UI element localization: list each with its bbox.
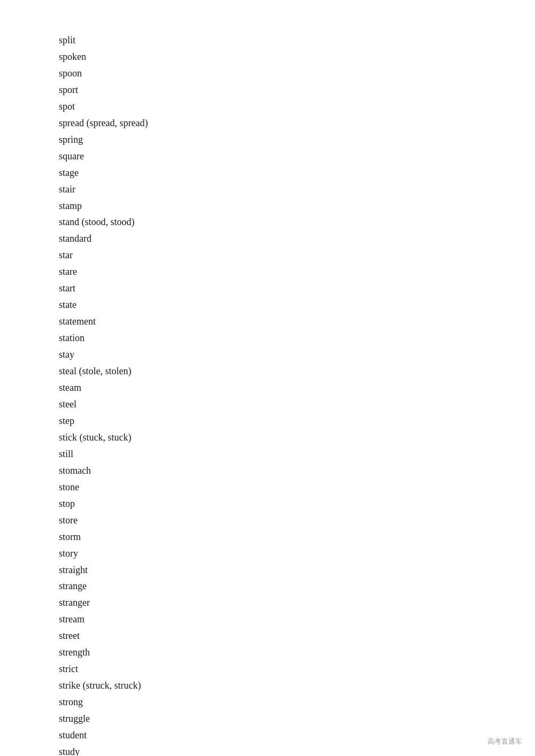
list-item: standard	[59, 230, 535, 247]
list-item: street	[59, 628, 535, 644]
list-item: strike (struck, struck)	[59, 677, 535, 694]
list-item: stamp	[59, 198, 535, 214]
list-item: still	[59, 446, 535, 462]
list-item: stage	[59, 165, 535, 181]
list-item: spring	[59, 132, 535, 148]
watermark: 高考直通车	[487, 737, 522, 746]
list-item: station	[59, 330, 535, 346]
list-item: stair	[59, 181, 535, 198]
list-item: stranger	[59, 595, 535, 611]
list-item: stone	[59, 479, 535, 496]
list-item: stick (stuck, stuck)	[59, 429, 535, 446]
list-item: split	[59, 32, 535, 49]
list-item: step	[59, 413, 535, 429]
list-item: stare	[59, 264, 535, 280]
list-item: store	[59, 512, 535, 529]
list-item: student	[59, 727, 535, 744]
list-item: story	[59, 545, 535, 562]
list-item: stomach	[59, 462, 535, 479]
list-item: spoken	[59, 49, 535, 65]
list-item: stand (stood, stood)	[59, 214, 535, 230]
list-item: sport	[59, 82, 535, 98]
list-item: strength	[59, 644, 535, 661]
list-item: stream	[59, 611, 535, 628]
list-item: stop	[59, 496, 535, 512]
list-item: steel	[59, 396, 535, 413]
list-item: start	[59, 280, 535, 297]
list-item: star	[59, 247, 535, 264]
list-item: struggle	[59, 711, 535, 727]
list-item: storm	[59, 529, 535, 545]
list-item: spot	[59, 98, 535, 115]
list-item: spoon	[59, 65, 535, 82]
list-item: square	[59, 148, 535, 165]
list-item: strict	[59, 661, 535, 677]
list-item: state	[59, 297, 535, 313]
list-item: steal (stole, stolen)	[59, 363, 535, 380]
word-list: splitspokenspoonsportspotspread (spread,…	[0, 0, 535, 756]
list-item: stay	[59, 346, 535, 363]
list-item: study	[59, 744, 535, 756]
list-item: strange	[59, 578, 535, 595]
list-item: statement	[59, 313, 535, 330]
list-item: steam	[59, 380, 535, 396]
list-item: straight	[59, 562, 535, 578]
list-item: spread (spread, spread)	[59, 115, 535, 132]
list-item: strong	[59, 694, 535, 711]
